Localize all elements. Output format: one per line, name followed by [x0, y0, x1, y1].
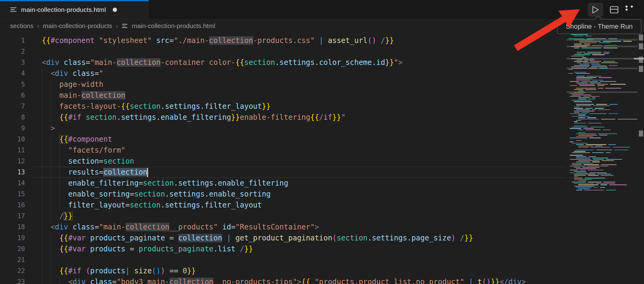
- active-tab-accent: [0, 0, 149, 1]
- split-editor-icon: [610, 6, 618, 13]
- breadcrumb-file[interactable]: main-collection-products.html: [132, 22, 215, 30]
- line-number: 20: [0, 245, 25, 253]
- code-line[interactable]: 5page-width: [0, 79, 644, 90]
- line-number: 3: [0, 59, 25, 66]
- tab-main-collection-products[interactable]: main-collection-products.html: [0, 0, 149, 19]
- code-line[interactable]: 18<div class="main-collection__products"…: [0, 222, 644, 233]
- line-number: 13: [0, 169, 25, 176]
- code-line[interactable]: 1{{#component "stylesheet" src="./main-c…: [0, 35, 644, 46]
- code-line[interactable]: 8{{#if section.settings.enable_filtering…: [0, 112, 644, 123]
- code-line[interactable]: 3<div class="main-collection-container c…: [0, 57, 644, 68]
- line-number: 22: [0, 267, 25, 275]
- line-number: 16: [0, 201, 25, 209]
- line-number: 8: [0, 114, 25, 121]
- chevron-right-icon: ›: [37, 23, 39, 30]
- line-number: 14: [0, 179, 25, 187]
- line-number: 23: [0, 278, 25, 284]
- play-icon: [592, 6, 599, 14]
- code-line[interactable]: 2: [0, 46, 644, 57]
- file-icon: [122, 23, 128, 29]
- breadcrumb-sections[interactable]: sections: [10, 22, 34, 30]
- code-editor[interactable]: 1{{#component "stylesheet" src="./main-c…: [0, 32, 644, 284]
- minimap[interactable]: [567, 32, 637, 284]
- text-cursor: [147, 168, 148, 177]
- editor-actions: • • •: [588, 2, 639, 17]
- code-line[interactable]: 19{{#var products_paginate = collection …: [0, 233, 644, 243]
- line-number: 5: [0, 81, 25, 88]
- code-line[interactable]: 10{{#component: [0, 134, 644, 145]
- line-number: 9: [0, 125, 25, 132]
- code-line[interactable]: 13results=collection: [0, 167, 644, 178]
- line-number: 4: [0, 70, 25, 77]
- line-number: 19: [0, 234, 25, 242]
- overview-ruler-scrollbar[interactable]: [637, 32, 644, 284]
- line-number: 6: [0, 92, 25, 99]
- code-line[interactable]: 15enable_sorting=section.settings.enable…: [0, 189, 644, 200]
- line-number: 1: [0, 37, 25, 44]
- line-number: 21: [0, 256, 25, 264]
- code-line[interactable]: 23<div class="body3 main-collection__no-…: [0, 276, 644, 284]
- line-number: 10: [0, 136, 25, 143]
- line-number: 18: [0, 223, 25, 231]
- code-line[interactable]: 4<div class=": [0, 68, 644, 79]
- line-number: 11: [0, 147, 25, 154]
- line-number: 7: [0, 103, 25, 110]
- code-line[interactable]: 14enable_filtering=section.settings.enab…: [0, 178, 644, 189]
- code-line[interactable]: 12section=section: [0, 156, 644, 167]
- more-actions-button[interactable]: • • •: [625, 3, 639, 17]
- line-number: 17: [0, 212, 25, 220]
- breadcrumb-folder[interactable]: main-collection-products: [43, 22, 112, 30]
- line-number: 12: [0, 158, 25, 165]
- tab-label: main-collection-products.html: [21, 6, 106, 13]
- ellipsis-icon: • • •: [625, 5, 639, 15]
- vscode-editor-window: main-collection-products.html • • • sec: [0, 0, 644, 284]
- split-editor-button[interactable]: [607, 3, 621, 17]
- code-line[interactable]: 9>: [0, 123, 644, 134]
- code-line[interactable]: 7facets-layout-{{section.settings.filter…: [0, 101, 644, 112]
- code-line[interactable]: 21: [0, 254, 644, 265]
- chevron-right-icon: ›: [116, 23, 118, 30]
- code-line[interactable]: 11"facets/form": [0, 145, 644, 156]
- line-number: 15: [0, 190, 25, 198]
- code-line[interactable]: 22{{#if (products| size()) == 0}}: [0, 265, 644, 276]
- code-line[interactable]: 20{{#var products = products_paginate.li…: [0, 243, 644, 254]
- code-line[interactable]: 17/}}: [0, 211, 644, 222]
- modified-dot-icon[interactable]: [113, 8, 117, 12]
- code-line[interactable]: 6main-collection: [0, 90, 644, 101]
- file-icon: [10, 6, 17, 13]
- tab-bar: main-collection-products.html • • •: [0, 0, 644, 20]
- breadcrumb: sections › main-collection-products › ma…: [0, 20, 644, 32]
- run-button[interactable]: [588, 3, 603, 17]
- line-number: 2: [0, 48, 25, 55]
- code-line[interactable]: 16filter_layout=section.settings.filter_…: [0, 200, 644, 211]
